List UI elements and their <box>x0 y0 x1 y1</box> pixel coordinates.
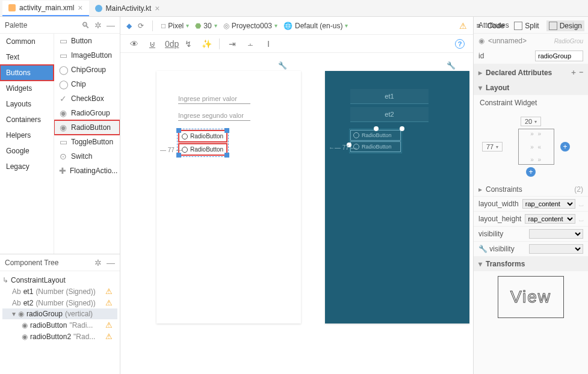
constraint-widget[interactable]: 20▾ 77▾ » » » « » » + + <box>474 111 588 183</box>
tree-radiobutton[interactable]: ◉radioButton "Radi...⚠ <box>2 319 117 331</box>
transforms-section[interactable]: ▾Transforms <box>474 257 588 271</box>
warning-icon[interactable]: ⚠ <box>105 320 117 330</box>
palette-item-radiobutton[interactable]: ◉RadioButton <box>54 120 120 135</box>
align-icon[interactable]: ⫠ <box>245 39 256 49</box>
palette-cat-buttons[interactable]: Buttons <box>0 65 54 81</box>
palette-cat-layouts[interactable]: Layouts <box>0 96 54 112</box>
palette-cat-widgets[interactable]: Widgets <box>0 81 54 96</box>
palette-item-button[interactable]: ▭Button <box>54 34 120 48</box>
palette-cat-legacy[interactable]: Legacy <box>0 159 54 174</box>
magnet-icon[interactable]: ⊍ <box>147 39 158 49</box>
tools-visibility-select[interactable] <box>529 244 583 254</box>
design-canvas[interactable]: 🔧 🔧 Ingrese primer valor Ingrese segundo… <box>120 53 473 374</box>
constraints-row[interactable]: ▸Constraints(2) <box>474 183 588 197</box>
palette-item-imagebutton[interactable]: ▭ImageButton <box>54 48 120 63</box>
chip-icon: ◯ <box>59 79 67 89</box>
add-constraint-bottom[interactable]: + <box>526 167 536 177</box>
eye-icon[interactable]: 👁 <box>129 39 140 49</box>
add-constraint-right[interactable]: + <box>560 142 570 152</box>
blueprint-rb2[interactable]: RadioButton <box>350 141 401 152</box>
pack-icon[interactable]: ⇥ <box>227 39 238 49</box>
visibility-select[interactable] <box>529 229 583 239</box>
search-icon[interactable]: 🔍︎ <box>81 20 90 30</box>
layout-height-select[interactable]: rap_content <box>525 214 575 224</box>
palette-item-fab[interactable]: ✚FloatingActio... <box>54 164 120 178</box>
api-select[interactable]: ⬣30▾ <box>195 22 217 30</box>
constraint-anchor[interactable] <box>374 126 379 131</box>
clear-constraints-icon[interactable]: ↯ <box>183 39 194 49</box>
declared-attributes-section[interactable]: ▸Declared Attributes＋ − <box>474 64 588 81</box>
palette-cat-common[interactable]: Common <box>0 34 54 49</box>
minimize-icon[interactable]: — <box>107 258 115 268</box>
theme-select[interactable]: ◎Proyecto003▾ <box>223 22 277 30</box>
radiogroup-selection[interactable]: RadioButton RadioButton <box>177 129 229 157</box>
add-icon[interactable]: ＋ − <box>570 67 583 78</box>
palette-cat-containers[interactable]: Containers <box>0 112 54 127</box>
wrench-icon[interactable]: 🔧 <box>447 61 456 70</box>
chevron-right-icon: ▸ <box>478 69 482 77</box>
design-surface[interactable]: Ingrese primer valor Ingrese segundo val… <box>156 71 301 323</box>
palette-cat-text[interactable]: Text <box>0 49 54 65</box>
locale-select[interactable]: 🌐Default (en-us)▾ <box>283 22 348 30</box>
blueprint-surface[interactable]: et1 et2 RadioButton RadioButton ←— 77 — <box>325 71 469 323</box>
resize-handle[interactable] <box>224 128 229 133</box>
palette-item-chip[interactable]: ◯Chip <box>54 77 120 91</box>
palette-item-radiogroup[interactable]: ◉RadioGroup <box>54 106 120 120</box>
default-margin[interactable]: 0dp <box>165 39 176 49</box>
device-select[interactable]: □Pixel▾ <box>161 22 189 30</box>
palette-item-switch[interactable]: ⊙Switch <box>54 149 120 164</box>
tree-et2[interactable]: Abet2 (Number (Signed))⚠ <box>2 297 117 308</box>
radiobutton-2[interactable]: RadioButton <box>178 143 227 156</box>
tree-root[interactable]: ↳ConstraintLayout <box>2 275 117 286</box>
gear-icon[interactable]: ✲ <box>94 258 102 268</box>
gear-icon[interactable]: ✲ <box>94 20 102 30</box>
warning-icon[interactable]: ⚠ <box>105 298 117 307</box>
blueprint-radiogroup[interactable]: RadioButton RadioButton <box>349 129 402 153</box>
warning-icon[interactable]: ⚠ <box>105 287 117 296</box>
chevron-down-icon[interactable]: ▾ <box>12 310 16 318</box>
minimize-icon[interactable]: — <box>107 20 115 30</box>
tree-radiogroup[interactable]: ▾◉radioGroup (vertical) <box>2 308 117 319</box>
tab-main-activity[interactable]: MainActivity.kt × <box>89 1 166 16</box>
tab-activity-main[interactable]: activity_main.xml × <box>2 1 89 16</box>
cw-left-value[interactable]: 77▾ <box>482 142 503 152</box>
resize-handle[interactable] <box>224 153 229 158</box>
close-icon[interactable]: × <box>155 4 159 13</box>
palette-item-chipgroup[interactable]: ◯ChipGroup <box>54 63 120 77</box>
help-icon[interactable]: ? <box>455 39 465 49</box>
palette-cat-google[interactable]: Google <box>0 143 54 159</box>
radiogroup-icon: ◉ <box>18 310 24 318</box>
palette-item-togglebutton[interactable]: ▭ToggleButton <box>54 135 120 149</box>
warning-icon[interactable]: ⚠ <box>105 332 117 341</box>
cw-top-value[interactable]: 20▾ <box>521 117 541 126</box>
radiobutton-1[interactable]: RadioButton <box>178 130 227 143</box>
attr-id-input[interactable] <box>535 51 583 61</box>
blueprint-et2[interactable]: et2 <box>350 107 429 122</box>
edittext-et1[interactable]: Ingrese primer valor <box>178 94 250 104</box>
layout-section[interactable]: ▾Layout <box>474 81 588 95</box>
checkbox-icon: ✓ <box>59 94 67 103</box>
edittext-et2[interactable]: Ingrese segundo valor <box>178 111 250 121</box>
blueprint-et1[interactable]: et1 <box>350 89 429 104</box>
view-code-button[interactable]: ≡Code <box>474 20 507 31</box>
blueprint-rb1[interactable]: RadioButton <box>350 130 401 141</box>
infer-constraints-icon[interactable]: ✨ <box>201 39 212 49</box>
tree-radiobutton2[interactable]: ◉radioButton2 "Rad...⚠ <box>2 331 117 342</box>
palette-item-checkbox[interactable]: ✓CheckBox <box>54 91 120 106</box>
close-icon[interactable]: × <box>78 3 82 13</box>
palette-cat-helpers[interactable]: Helpers <box>0 127 54 143</box>
orientation-icon[interactable]: ⟳ <box>138 22 144 30</box>
constraint-box[interactable]: » » » « » » <box>518 129 554 165</box>
tree-et1[interactable]: Abet1 (Number (Signed))⚠ <box>2 286 117 297</box>
wrench-icon[interactable]: 🔧 <box>278 61 287 70</box>
resize-handle[interactable] <box>176 153 181 158</box>
view-design-button[interactable]: Design <box>546 20 584 31</box>
view-split-button[interactable]: Split <box>512 20 541 31</box>
warning-icon[interactable]: ⚠ <box>459 21 467 31</box>
kotlin-file-icon <box>95 5 102 12</box>
resize-handle[interactable] <box>176 128 181 133</box>
surface-select-icon[interactable]: ◆ <box>126 22 132 30</box>
constraint-anchor[interactable] <box>400 126 404 131</box>
layout-width-select[interactable]: rap_content <box>522 199 575 209</box>
guideline-icon[interactable]: Ⅰ <box>263 39 274 49</box>
